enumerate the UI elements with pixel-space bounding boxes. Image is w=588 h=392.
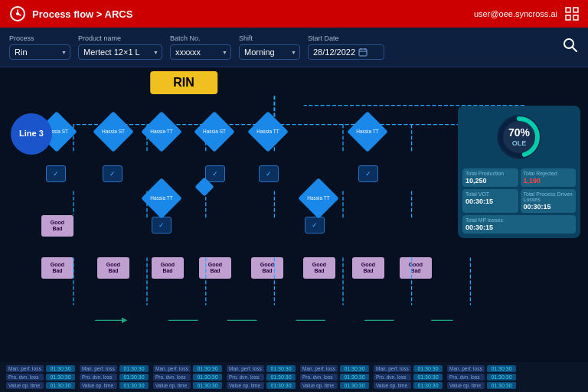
svg-rect-3 xyxy=(573,8,578,12)
metric-row-0-2: Value op. time01:30:30 xyxy=(6,382,75,389)
stat-total-production-label: Total Production xyxy=(466,171,515,176)
metric-value-1-2: 01:30:30 xyxy=(119,382,149,389)
shift-select-wrapper[interactable]: Morning xyxy=(239,44,300,60)
metric-value-1-1: 01:30:30 xyxy=(119,374,149,381)
metric-label-5-1: Pro. dvn. loss xyxy=(374,374,411,381)
metric-row-0-0: Man. perf. loss01:30:30 xyxy=(6,365,75,372)
goodbad-4[interactable]: Good Bad xyxy=(199,257,231,279)
product-select-wrapper[interactable]: Mertect 12×1 L xyxy=(78,44,162,60)
goodbad-6[interactable]: Good Bad xyxy=(303,257,335,279)
header: Process flow > ARCS user@oee.syncross.ai xyxy=(0,0,588,28)
header-right: user@oee.syncross.ai xyxy=(474,7,579,21)
shift-select[interactable]: Morning xyxy=(239,44,300,60)
header-left: Process flow > ARCS xyxy=(9,5,132,22)
main-area: RIN Line 3 Hassia ST Hassia ST Hassia T xyxy=(0,67,588,392)
metric-value-5-1: 01:30:30 xyxy=(413,374,443,381)
metric-row-1-2: Value op. time01:30:30 xyxy=(80,382,149,389)
metric-row-5-0: Man. perf. loss01:30:30 xyxy=(374,365,443,372)
connector-4[interactable]: ✓ xyxy=(259,165,279,182)
metric-row-0-1: Pro. dvn. loss01:30:30 xyxy=(6,374,75,381)
gauge-container: 70%OLE xyxy=(492,110,546,164)
line3-node[interactable]: Line 3 xyxy=(11,113,52,155)
metric-value-2-0: 01:30:30 xyxy=(193,365,222,372)
search-button[interactable] xyxy=(562,37,579,57)
diamond-node-4[interactable]: Hassia ST xyxy=(194,112,234,152)
diamond-node-8[interactable] xyxy=(194,178,214,195)
flow-area: RIN Line 3 Hassia ST Hassia ST Hassia T xyxy=(0,67,588,362)
svg-line-11 xyxy=(573,47,577,52)
metric-value-3-2: 01:30:30 xyxy=(266,382,296,389)
goodbad-3[interactable]: Good Bad xyxy=(152,257,184,279)
product-select[interactable]: Mertect 12×1 L xyxy=(78,44,162,60)
product-group: Product name Mertect 12×1 L xyxy=(78,34,162,60)
gauge-text: 70%OLE xyxy=(508,126,530,148)
goodbad-left[interactable]: Good Bad xyxy=(41,215,74,237)
stat-total-production-value: 10,250 xyxy=(466,177,515,185)
connector-6[interactable]: ✓ xyxy=(152,217,172,234)
product-label: Product name xyxy=(78,34,162,42)
metric-group-4: Man. perf. loss01:30:30Pro. dvn. loss01:… xyxy=(300,365,369,389)
metric-value-2-2: 01:30:30 xyxy=(193,382,222,389)
metric-label-2-2: Value op. time xyxy=(153,382,191,389)
stats-grid: Total Production 10,250 Total Rejected 1… xyxy=(462,168,576,234)
connector-5[interactable]: ✓ xyxy=(358,165,378,182)
ole-gauge: 70%OLE xyxy=(462,110,576,164)
date-input[interactable]: 28/12/2022 xyxy=(308,44,384,60)
connector-7[interactable]: ✓ xyxy=(305,217,325,234)
goodbad-5[interactable]: Good Bad xyxy=(251,257,283,279)
rin-box[interactable]: RIN xyxy=(150,71,217,94)
metric-value-6-2: 01:30:30 xyxy=(487,382,516,389)
search-icon xyxy=(562,37,579,54)
metric-row-6-0: Man. perf. loss01:30:30 xyxy=(447,365,516,372)
diamond-node-3[interactable]: Hassia TT xyxy=(142,112,181,152)
batch-select[interactable]: xxxxxx xyxy=(170,44,231,60)
user-email: user@oee.syncross.ai xyxy=(474,9,557,18)
connector-2[interactable]: ✓ xyxy=(103,165,122,182)
metric-group-2: Man. perf. loss01:30:30Pro. dvn. loss01:… xyxy=(153,365,222,389)
batch-select-wrapper[interactable]: xxxxxx xyxy=(170,44,231,60)
diamond-node-2[interactable]: Hassia ST xyxy=(93,112,133,152)
metric-row-3-2: Value op. time01:30:30 xyxy=(227,382,296,389)
date-value: 28/12/2022 xyxy=(313,47,355,57)
metric-row-1-1: Pro. dvn. loss01:30:30 xyxy=(80,374,149,381)
stat-total-mp-label: Total MP losses xyxy=(466,217,573,223)
process-icon xyxy=(9,5,26,22)
goodbad-8[interactable]: Good Bad xyxy=(400,257,432,279)
batch-group: Batch No. xxxxxx xyxy=(170,34,231,60)
goodbad-2[interactable]: Good Bad xyxy=(97,257,129,279)
goodbad-1[interactable]: Good Bad xyxy=(41,257,74,279)
diamond-node-7[interactable]: Hassia TT xyxy=(142,178,181,218)
metric-value-3-0: 01:30:30 xyxy=(266,365,296,372)
metric-label-6-1: Pro. dvn. loss xyxy=(447,374,485,381)
metric-value-4-0: 01:30:30 xyxy=(340,365,369,372)
metric-row-5-1: Pro. dvn. loss01:30:30 xyxy=(374,374,443,381)
process-group: Process Rin xyxy=(9,34,70,60)
diamond-node-5[interactable]: Hassia TT xyxy=(248,112,288,152)
metric-row-2-1: Pro. dvn. loss01:30:30 xyxy=(153,374,222,381)
metric-label-6-2: Value op. time xyxy=(447,382,485,389)
metric-label-5-0: Man. perf. loss xyxy=(374,365,411,372)
process-select[interactable]: Rin xyxy=(9,44,70,60)
metric-value-2-1: 01:30:30 xyxy=(193,374,222,381)
expand-icon[interactable] xyxy=(565,7,579,21)
metric-value-6-1: 01:30:30 xyxy=(487,374,516,381)
rin-label: RIN xyxy=(173,76,194,89)
calendar-icon xyxy=(358,47,368,57)
metric-group-0: Man. perf. loss01:30:30Pro. dvn. loss01:… xyxy=(6,365,75,389)
shift-label: Shift xyxy=(239,34,300,42)
metric-label-0-2: Value op. time xyxy=(6,382,44,389)
stat-total-vot-label: Total VOT xyxy=(466,191,515,197)
stat-total-vot-value: 00:30:15 xyxy=(466,198,515,205)
metric-group-5: Man. perf. loss01:30:30Pro. dvn. loss01:… xyxy=(374,365,443,389)
connector-1[interactable]: ✓ xyxy=(46,165,66,182)
header-title: Process flow > ARCS xyxy=(32,8,132,20)
metric-value-5-0: 01:30:30 xyxy=(413,365,443,372)
process-select-wrapper[interactable]: Rin xyxy=(9,44,70,60)
metric-row-3-0: Man. perf. loss01:30:30 xyxy=(227,365,296,372)
goodbad-7[interactable]: Good Bad xyxy=(352,257,384,279)
metric-row-4-2: Value op. time01:30:30 xyxy=(300,382,369,389)
metric-row-1-0: Man. perf. loss01:30:30 xyxy=(80,365,149,372)
metric-label-1-1: Pro. dvn. loss xyxy=(80,374,117,381)
diamond-node-6[interactable]: Hassia TT xyxy=(348,112,387,152)
diamond-node-9[interactable]: Hassia TT xyxy=(299,178,338,218)
